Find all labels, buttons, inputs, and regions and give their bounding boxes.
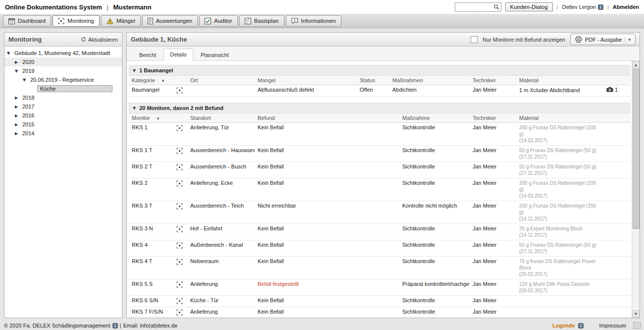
locate-on-plan-icon[interactable] — [176, 125, 183, 131]
baumangel-tbody: Baumangel Abflussanschluß defekt Offen A… — [129, 85, 630, 97]
top-bar-right: Kunden-Dialog | Detlev Lergon | Abmelden — [455, 2, 640, 12]
monitor-row[interactable]: RKS 3 T Aussenbereich - Teich Nicht erre… — [129, 201, 630, 224]
locate-on-plan-icon[interactable] — [176, 226, 183, 232]
locate-on-plan-icon[interactable] — [176, 203, 183, 210]
nav-tab-auditor[interactable]: Auditor — [199, 15, 237, 27]
tree-expander-icon[interactable]: ▶ — [15, 113, 21, 118]
section-monitore-title: 20 Monitore, davon 2 mit Befund — [139, 105, 223, 111]
footer-email[interactable]: Email: info(at)delex.de — [123, 323, 177, 329]
logout-button[interactable]: Abmelden — [613, 4, 639, 10]
search-icon[interactable] — [493, 4, 499, 10]
monitor-row[interactable]: RKS 2 Anlieferung, Ecke Kein Befall Sich… — [129, 178, 630, 201]
monitor-filter-icon[interactable]: ▾ — [157, 116, 160, 121]
chevron-down-icon[interactable]: ▾ — [625, 37, 631, 42]
col-massnahmen: Maßnahmen — [389, 76, 470, 85]
filter-checkbox[interactable] — [471, 36, 478, 43]
locate-on-plan-icon[interactable] — [176, 87, 183, 94]
details-content: ▼ 1 Baumangel Kategorie▾ — [127, 61, 632, 318]
locate-on-plan-icon[interactable] — [176, 180, 183, 187]
nav-tab-basisplan[interactable]: Basisplan — [239, 15, 284, 27]
col-material: Material — [516, 76, 603, 85]
monitor-row[interactable]: RKS 1 Anlieferung, Tür Kein Befall Sicht… — [129, 123, 630, 146]
impressum-link[interactable]: Impressum — [599, 323, 626, 329]
nav-tab-monitoring[interactable]: Monitoring — [53, 15, 100, 27]
vertical-scrollbar[interactable]: ▲ ▼ — [632, 61, 640, 318]
kategorie-filter-icon[interactable]: ▾ — [162, 78, 164, 83]
tree-expander-icon[interactable]: ▶ — [15, 60, 21, 64]
col-extra — [618, 76, 630, 85]
tab-planansicht[interactable]: Planansicht — [194, 49, 235, 60]
user-info-icon[interactable] — [598, 4, 603, 10]
tree-item-2017[interactable]: ▶ 2017 — [4, 102, 122, 111]
material-name: 120 g Murin Dife Pasta Girasole — [519, 281, 600, 287]
user-info[interactable]: Detlev Lergon — [562, 4, 603, 10]
kunden-dialog-button[interactable]: Kunden-Dialog — [505, 2, 553, 11]
nav-tab-informationen[interactable]: Informationen — [286, 15, 341, 27]
locate-on-plan-icon[interactable] — [176, 309, 183, 316]
monitor-row[interactable]: RKS 3 N Hof - Einfahrt Kein Befall Sicht… — [129, 224, 630, 240]
scrollbar-corner[interactable] — [633, 322, 641, 329]
search-input[interactable] — [457, 3, 493, 10]
locate-on-plan-icon[interactable] — [176, 259, 183, 265]
scroll-down-icon[interactable]: ▼ — [632, 310, 640, 318]
material-date: (27.11.2017) — [519, 154, 600, 160]
section-baumangel-header[interactable]: ▼ 1 Baumangel — [129, 65, 630, 76]
tree-expander-icon[interactable]: ▼ — [15, 69, 21, 73]
nav-tab-label: Mängel — [116, 18, 135, 24]
monitor-row[interactable]: RKS 1 T Aussenbereich - Hauswand Kein Be… — [129, 146, 630, 162]
tree-item-geb-ude-1-musterweg-42-musterstadt[interactable]: ▼ Gebäude 1, Musterweg 42, Musterstadt — [4, 49, 122, 57]
monitor-row[interactable]: RKS 4 T Nebenraum Kein Befall Sichtkontr… — [129, 257, 630, 279]
photo-icon[interactable] — [606, 87, 613, 92]
tab-details[interactable]: Details — [163, 49, 193, 61]
legende-info-icon[interactable] — [578, 323, 584, 329]
tree-expander-icon[interactable]: ▶ — [15, 105, 21, 109]
nav-tab-dashboard[interactable]: Dashboard — [3, 15, 51, 27]
copyright-info-icon[interactable] — [112, 323, 118, 329]
material-date: (26.03.2017) — [519, 271, 600, 277]
material-name: 50 g Frunax DS Rattenriegel (50 g) — [519, 164, 600, 170]
tree-item-k-che[interactable]: Küche — [4, 84, 122, 93]
locate-on-plan-icon[interactable] — [176, 298, 183, 304]
search-box[interactable] — [455, 2, 501, 12]
locate-on-plan-icon[interactable] — [176, 242, 183, 249]
locate-on-plan-icon[interactable] — [176, 148, 183, 154]
tree-expander-icon[interactable]: ▶ — [15, 131, 21, 136]
locate-on-plan-icon[interactable] — [176, 164, 183, 170]
tree-item-20-06-2019-regelservice[interactable]: ▼ 20.06.2019 - Regelservice — [4, 75, 122, 84]
section-monitore-header[interactable]: ▼ 20 Monitore, davon 2 mit Befund — [129, 103, 630, 113]
tree-item-2016[interactable]: ▶ 2016 — [4, 111, 122, 120]
tree-expander-icon[interactable]: ▶ — [15, 96, 21, 100]
col-techniker: Techniker — [470, 113, 516, 123]
tree-item-2014[interactable]: ▶ 2014 — [4, 129, 122, 138]
monitor-row[interactable]: RKS 5 S Anlieferung Befall festgestellt … — [129, 279, 630, 296]
material-date: (14.03.2017) — [519, 137, 600, 144]
tree-item-2018[interactable]: ▶ 2018 — [4, 93, 122, 102]
col-x1 — [603, 113, 616, 123]
monitor-row[interactable]: RKS 4 Außenbereich - Kanal Kein Befall S… — [129, 240, 630, 257]
legende-link[interactable]: Legende — [552, 323, 575, 329]
top-separator-2: | — [607, 4, 609, 10]
monitor-row[interactable]: RKS 2 T Aussenbereich - Busch Kein Befal… — [129, 162, 630, 178]
refresh-button[interactable]: Aktualisieren — [81, 37, 118, 43]
nav-tab-label: Informationen — [301, 18, 336, 24]
scroll-up-icon[interactable]: ▲ — [632, 61, 640, 68]
nav-tab-auswertungen[interactable]: Auswertungen — [142, 15, 198, 27]
tree-item-2020[interactable]: ▶ 2020 — [4, 57, 122, 66]
locate-on-plan-icon[interactable] — [176, 281, 183, 288]
tree-item-2019[interactable]: ▼ 2019 — [4, 66, 122, 75]
tree-expander-icon[interactable]: ▶ — [15, 122, 21, 127]
nav-tab-mängel[interactable]: Mängel — [101, 15, 141, 27]
tree-expander-icon[interactable]: ▼ — [7, 51, 13, 55]
main-panel: Gebäude 1, Küche Nur Monitore mit Befund… — [126, 32, 640, 318]
tab-bericht[interactable]: Bericht — [133, 49, 162, 60]
pdf-export-label: PDF - Ausgabe — [585, 37, 622, 43]
tree-expander-icon[interactable]: ▼ — [23, 78, 29, 82]
tree-item-2015[interactable]: ▶ 2015 — [4, 120, 122, 129]
refresh-label: Aktualisieren — [88, 37, 118, 43]
monitor-row[interactable]: RKS 6 S/N Küche - Tür Kein Befall Sichtk… — [129, 296, 630, 307]
pdf-export-button[interactable]: PDF - Ausgabe ▾ — [570, 34, 636, 45]
material-name: 75 g frunax DS Rattenriegel Power Block — [519, 258, 600, 271]
baumangel-row[interactable]: Baumangel Abflussanschluß defekt Offen A… — [129, 85, 630, 97]
monitor-row[interactable]: RKS 7 F/S/N Anlieferung Kein Befall Sich… — [129, 307, 630, 318]
scrollbar-thumb[interactable] — [633, 69, 640, 229]
